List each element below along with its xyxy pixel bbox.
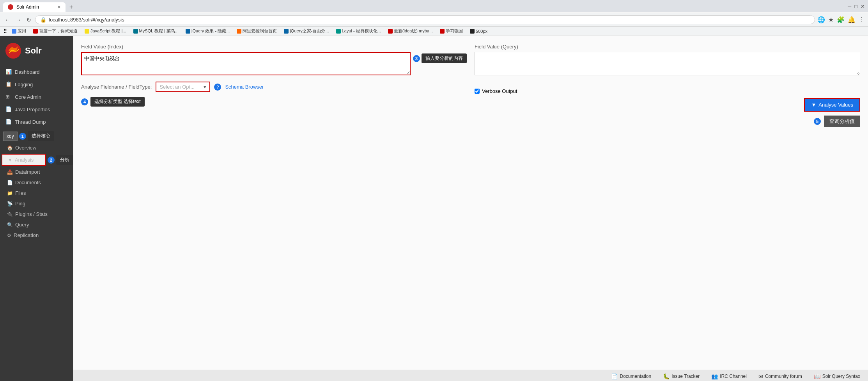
profile-icon[interactable]: 🔔	[848, 16, 856, 23]
footer-documentation[interactable]: 📄 Documentation	[611, 373, 651, 379]
bookmark-favicon-jqhome	[284, 29, 289, 34]
footer-community-forum[interactable]: ✉ Community forum	[758, 373, 802, 379]
bookmark-layui[interactable]: Layui - 经典模块化...	[334, 27, 383, 35]
sidebar-item-label-java-props: Java Properties	[15, 107, 50, 112]
new-tab-button[interactable]: +	[67, 4, 75, 11]
close-button[interactable]: ✕	[861, 4, 865, 9]
translate-icon[interactable]: 🌐	[817, 16, 825, 23]
core-item-files[interactable]: 📁 Files	[2, 188, 73, 198]
thread-dump-icon: 📄	[5, 119, 12, 125]
solr-logo-svg	[5, 42, 22, 59]
query-analyse-button[interactable]: 查询分析值	[824, 116, 860, 127]
analyse-values-button[interactable]: ▼ Analyse Values	[804, 98, 860, 112]
step1-badge: 1	[19, 133, 26, 140]
minimize-button[interactable]: ─	[848, 4, 851, 9]
analyse-fieldname-label: Analyse Fieldname / FieldType:	[81, 84, 152, 90]
bookmark-star-icon[interactable]: ★	[828, 16, 834, 23]
forward-button[interactable]: →	[14, 16, 23, 24]
address-bar[interactable]: 🔒 localhost:8983/solr/#/xqy/analysis	[35, 15, 815, 24]
documentation-icon: 📄	[611, 373, 618, 379]
issue-tracker-icon: 🐛	[663, 373, 670, 379]
tab-close-button[interactable]: ✕	[57, 5, 61, 10]
menu-icon[interactable]: ⋮	[859, 16, 865, 23]
core-item-query[interactable]: 🔍 Query	[2, 219, 73, 230]
bookmark-xuexi[interactable]: 学习强国	[438, 27, 465, 35]
extensions-icon[interactable]: 🧩	[837, 16, 845, 23]
bookmark-favicon-jquery	[186, 29, 190, 34]
core-item-dataimport[interactable]: 📥 Dataimport	[2, 167, 73, 177]
sidebar-item-dashboard[interactable]: 📊 Dashboard	[0, 66, 73, 78]
bookmark-js[interactable]: JavaScript 教程 |...	[82, 27, 129, 35]
footer-solr-query-syntax[interactable]: 📖 Solr Query Syntax	[814, 373, 860, 379]
core-item-label-overview: Overview	[15, 145, 36, 151]
browser-tab[interactable]: Solr Admin ✕	[3, 2, 66, 12]
footer: 📄 Documentation 🐛 Issue Tracker 👥 IRC Ch…	[73, 370, 868, 381]
bookmark-500px[interactable]: 500px	[468, 28, 490, 34]
core-item-label-dataimport: Dataimport	[15, 169, 40, 175]
address-text: localhost:8983/solr/#/xqy/analysis	[49, 17, 810, 23]
irc-icon: 👥	[711, 373, 718, 379]
sidebar-item-java-props[interactable]: 📄 Java Properties	[0, 103, 73, 116]
apps-grid-icon[interactable]: ⠿	[3, 28, 7, 34]
fieldtype-select[interactable]: Select an Opt... ▾	[156, 82, 210, 92]
core-item-label-files: Files	[15, 190, 26, 196]
community-forum-label: Community forum	[765, 374, 802, 379]
core-item-label-replication: Replication	[14, 232, 39, 238]
verbose-output-label: Verbose Output	[482, 88, 517, 94]
sidebar-item-label-logging: Logging	[15, 82, 33, 87]
bookmark-favicon-ali	[237, 29, 241, 34]
bookmark-jquery[interactable]: jQuery 效果 - 隐藏...	[183, 27, 232, 35]
bookmark-mysql[interactable]: MySQL 教程 | 菜鸟...	[131, 27, 181, 35]
bookmark-apps[interactable]: 应用	[9, 27, 28, 35]
bookmark-ali[interactable]: 阿里云控制台首页	[234, 27, 279, 35]
field-value-index-input[interactable]: 中国中央电视台	[81, 52, 411, 75]
verbose-output-checkbox[interactable]	[475, 89, 480, 94]
core-name-box[interactable]: xqy	[3, 132, 18, 141]
sidebar-item-logging[interactable]: 📋 Logging	[0, 78, 73, 91]
field-value-query-label: Field Value (Query)	[475, 44, 860, 50]
solr-query-syntax-label: Solr Query Syntax	[822, 374, 860, 379]
field-index-input-row: 中国中央电视台 3 输入要分析的内容	[81, 52, 467, 75]
bookmark-baidu[interactable]: 百度一下，你就知道	[31, 27, 80, 35]
core-item-plugins[interactable]: 🔌 Plugins / Stats	[2, 209, 73, 219]
maximize-button[interactable]: □	[854, 4, 857, 9]
analyse-btn-wrapper: ▼ Analyse Values	[475, 98, 860, 112]
plugins-icon: 🔌	[7, 212, 13, 217]
footer-issue-tracker[interactable]: 🐛 Issue Tracker	[663, 373, 700, 379]
core-item-ping[interactable]: 📡 Ping	[2, 198, 73, 209]
community-forum-icon: ✉	[758, 373, 763, 379]
bookmark-favicon-baidu	[33, 29, 38, 34]
step4-annotation: 4 选择分析类型 选择text	[81, 97, 467, 107]
documentation-label: Documentation	[620, 374, 651, 379]
core-admin-icon: ⊞	[5, 94, 12, 100]
field-value-query-input[interactable]	[475, 52, 860, 75]
two-column-layout: Field Value (Index) 中国中央电视台 3 输入要分析的内容 A…	[81, 44, 860, 127]
core-item-overview[interactable]: 🏠 Overview	[2, 142, 73, 153]
core-item-analysis[interactable]: ▼ Analysis	[2, 154, 46, 166]
sidebar: Solr 📊 Dashboard 📋 Logging ⊞ Core Admin …	[0, 36, 73, 381]
sidebar-item-core-admin[interactable]: ⊞ Core Admin	[0, 91, 73, 103]
refresh-button[interactable]: ↻	[25, 16, 33, 24]
sidebar-item-label-dashboard: Dashboard	[15, 69, 40, 75]
browser-chrome: Solr Admin ✕ + ─ □ ✕	[0, 0, 868, 12]
select-core-tooltip: 选择核心	[28, 131, 54, 141]
files-icon: 📁	[7, 190, 13, 196]
tab-title: Solr Admin	[16, 4, 39, 10]
step5-badge: 5	[814, 118, 821, 125]
bookmark-idea[interactable]: 最新(idea版) myba...	[386, 27, 435, 35]
core-item-label-ping: Ping	[15, 201, 25, 207]
sidebar-item-thread-dump[interactable]: 📄 Thread Dump	[0, 116, 73, 128]
bookmark-jqhome[interactable]: jQuery之家-自由分...	[282, 27, 331, 35]
core-item-replication[interactable]: ⚙ Replication	[2, 230, 73, 240]
bookmark-favicon-layui	[336, 29, 341, 34]
back-button[interactable]: ←	[3, 16, 12, 24]
schema-browser-link[interactable]: Schema Browser	[225, 84, 264, 90]
bookmark-favicon-500px	[470, 29, 475, 34]
core-item-documents[interactable]: 📄 Documents	[2, 177, 73, 188]
sidebar-nav: 📊 Dashboard 📋 Logging ⊞ Core Admin 📄 Jav…	[0, 66, 73, 381]
sidebar-item-label-thread-dump: Thread Dump	[15, 119, 46, 125]
info-icon[interactable]: ?	[214, 84, 221, 91]
footer-irc-channel[interactable]: 👥 IRC Channel	[711, 373, 747, 379]
step4-tooltip: 选择分析类型 选择text	[90, 97, 145, 107]
analyse-fieldname-row: Analyse Fieldname / FieldType: Select an…	[81, 82, 467, 92]
